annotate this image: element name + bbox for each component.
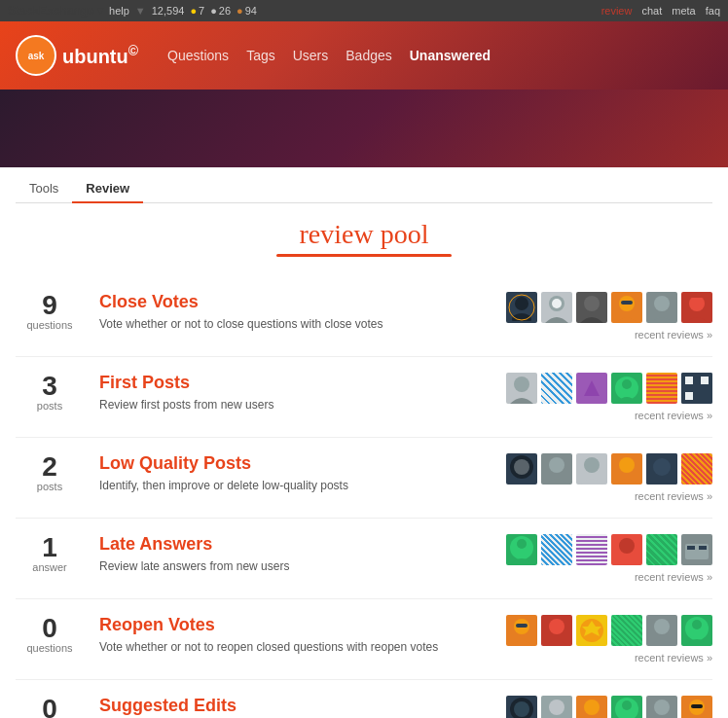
topbar-rep: 12,594 <box>152 5 185 17</box>
reopen-votes-recent-reviews[interactable]: recent reviews » <box>635 652 712 664</box>
topbar-silver-badge: ● 26 <box>210 5 231 17</box>
avatar <box>576 453 607 485</box>
review-row-first-posts: 3 posts First Posts Review first posts f… <box>16 357 712 438</box>
avatar-row <box>506 615 712 646</box>
svg-point-34 <box>549 619 564 634</box>
avatar <box>541 615 572 646</box>
reopen-votes-count: 0 questions <box>16 615 84 654</box>
site-logo[interactable]: ask ubuntu© <box>16 35 138 76</box>
svg-point-5 <box>584 296 600 311</box>
faq-nav-link[interactable]: faq <box>706 5 720 17</box>
svg-point-28 <box>619 538 635 554</box>
late-answers-count: 1 answer <box>16 534 84 573</box>
svg-rect-17 <box>685 392 693 400</box>
avatar <box>576 696 607 718</box>
avatar <box>681 534 712 565</box>
avatar <box>611 696 642 718</box>
first-posts-recent-reviews[interactable]: recent reviews » <box>635 410 712 421</box>
svg-point-21 <box>549 457 564 473</box>
avatar <box>576 534 607 565</box>
suggested-edits-link[interactable]: Suggested Edits <box>99 696 491 716</box>
avatar <box>576 615 607 646</box>
chat-nav-link[interactable]: chat <box>641 5 662 17</box>
low-quality-recent-reviews[interactable]: recent reviews » <box>635 490 712 502</box>
topbar-gold-badge: ● 7 <box>190 5 204 17</box>
avatar <box>506 292 537 323</box>
review-row-late-answers: 1 answer Late Answers Review late answer… <box>16 519 712 599</box>
svg-rect-7 <box>621 301 633 305</box>
logo-text: ubuntu© <box>62 43 138 68</box>
avatar <box>681 453 712 485</box>
low-quality-count: 2 posts <box>16 453 84 492</box>
svg-point-27 <box>517 539 527 549</box>
topbar-right: review chat meta faq <box>601 5 720 17</box>
nav-unanswered[interactable]: Unanswered <box>410 48 491 63</box>
avatar-row <box>506 292 712 323</box>
avatar <box>646 534 677 565</box>
avatar <box>541 696 572 718</box>
topbar-left: StackExchange ▾ help ▼ 12,594 ● 7 ● 26 ●… <box>8 4 257 18</box>
avatar-row <box>506 453 712 485</box>
svg-point-43 <box>584 700 600 715</box>
svg-point-4 <box>552 299 562 308</box>
svg-point-37 <box>654 619 670 634</box>
nav-badges[interactable]: Badges <box>346 48 391 63</box>
late-answers-recent-reviews[interactable]: recent reviews » <box>635 571 712 583</box>
nav-tags[interactable]: Tags <box>246 48 275 63</box>
avatar <box>576 373 607 404</box>
svg-rect-33 <box>516 624 528 628</box>
avatar <box>681 696 712 718</box>
svg-point-13 <box>622 379 632 389</box>
avatar <box>611 453 642 485</box>
reopen-votes-link[interactable]: Reopen Votes <box>99 615 491 635</box>
tab-tools[interactable]: Tools <box>16 175 72 203</box>
avatar <box>681 373 712 404</box>
review-nav-link[interactable]: review <box>601 5 633 17</box>
close-votes-count: 9 questions <box>16 292 84 331</box>
topbar: StackExchange ▾ help ▼ 12,594 ● 7 ● 26 ●… <box>0 0 728 21</box>
first-posts-link[interactable]: First Posts <box>99 373 491 393</box>
review-row-close-votes: 9 questions Close Votes Vote whether or … <box>16 276 712 357</box>
first-posts-desc: Review first posts from new users <box>99 397 491 413</box>
avatar <box>506 615 537 646</box>
avatar-row <box>506 696 712 718</box>
meta-nav-link[interactable]: meta <box>672 5 695 17</box>
svg-point-0 <box>515 297 528 310</box>
low-quality-desc: Identify, then improve or delete low-qua… <box>99 478 491 494</box>
avatar <box>611 615 642 646</box>
review-pool-title: review pool <box>16 219 712 257</box>
svg-point-42 <box>549 700 564 715</box>
svg-point-22 <box>584 457 600 473</box>
close-votes-recent-reviews[interactable]: recent reviews » <box>635 329 712 341</box>
first-posts-count: 3 posts <box>16 373 84 412</box>
close-votes-link[interactable]: Close Votes <box>99 292 491 312</box>
topbar-help-link[interactable]: help <box>109 5 129 17</box>
avatar <box>541 534 572 565</box>
avatar <box>681 292 712 323</box>
late-answers-desc: Review late answers from new users <box>99 558 491 575</box>
nav-users[interactable]: Users <box>293 48 329 63</box>
avatar <box>506 373 537 404</box>
stack-exchange-button[interactable]: StackExchange ▾ <box>8 4 103 18</box>
avatar <box>506 453 537 485</box>
nav-questions[interactable]: Questions <box>167 48 229 63</box>
reopen-votes-desc: Vote whether or not to reopen closed que… <box>99 639 491 656</box>
avatar <box>541 453 572 485</box>
svg-point-10 <box>514 377 529 392</box>
avatar <box>646 696 677 718</box>
site-header: ask ubuntu© Questions Tags Users Badges … <box>0 21 728 90</box>
svg-point-41 <box>514 701 529 717</box>
suggested-edits-avatars: recent reviews » <box>506 696 712 718</box>
avatar <box>646 453 677 485</box>
late-answers-link[interactable]: Late Answers <box>99 534 491 555</box>
avatar <box>646 292 677 323</box>
svg-rect-16 <box>701 377 709 384</box>
first-posts-avatars: recent reviews » <box>506 373 712 421</box>
avatar <box>681 615 712 646</box>
avatar <box>576 292 607 323</box>
avatar <box>611 373 642 404</box>
svg-point-46 <box>654 700 670 715</box>
avatar <box>611 292 642 323</box>
low-quality-link[interactable]: Low Quality Posts <box>99 453 491 474</box>
tab-review[interactable]: Review <box>72 175 143 203</box>
